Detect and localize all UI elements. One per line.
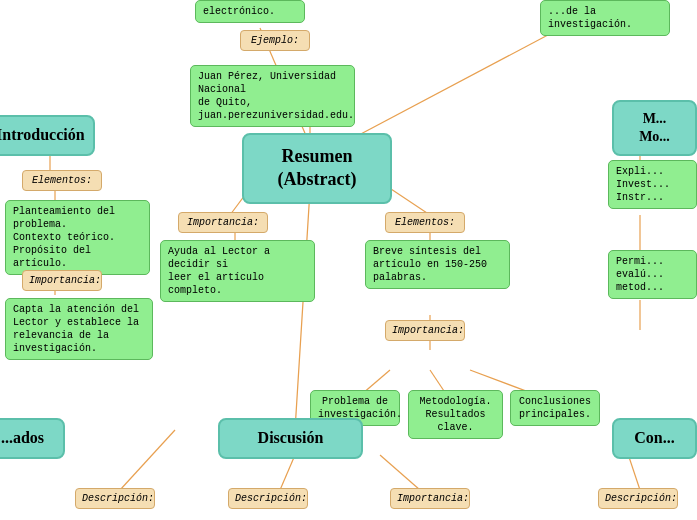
metodo-explica-content: Expli... Invest... Instr... (608, 160, 697, 209)
svg-line-11 (295, 190, 310, 430)
discusion-title: Discusión (218, 418, 363, 459)
resumen-importancia-label: Importancia: (178, 212, 268, 233)
svg-line-2 (340, 18, 580, 145)
top-right-node: ...de la investigación. (540, 0, 670, 36)
top-center-node: electrónico. (195, 0, 305, 23)
resumen-importancia2-label: Importancia: (385, 320, 465, 341)
conclusiones-content: Conclusiones principales. (510, 390, 600, 426)
conclusion-descripcion-label: Descripción: (598, 488, 678, 509)
conclusion-title: Con... (612, 418, 697, 459)
svg-line-19 (120, 430, 175, 490)
resumen-elementos-content: Breve síntesis del artículo en 150-250 p… (365, 240, 510, 289)
resultados-descripcion-label: Descripción: (75, 488, 155, 509)
svg-line-20 (280, 455, 295, 490)
discusion-importancia-label: Importancia: (390, 488, 470, 509)
introduccion-title: Introducción (0, 115, 95, 156)
intro-elementos-content: Planteamiento del problema. Contexto teó… (5, 200, 150, 275)
discusion-descripcion-label: Descripción: (228, 488, 308, 509)
intro-importancia-label: Importancia: (22, 270, 102, 291)
metodologia-title: M...Mo... (612, 100, 697, 156)
autor-content: Juan Pérez, Universidad Nacional de Quit… (190, 65, 355, 127)
ejemplo-label: Ejemplo: (240, 30, 310, 51)
intro-importancia-content: Capta la atención del Lector y establece… (5, 298, 153, 360)
resumen-title: Resumen (Abstract) (242, 133, 392, 204)
metodologia-content: Metodología. Resultados clave. (408, 390, 503, 439)
metodo-importancia-content: Permi... evalú... metod... (608, 250, 697, 299)
resultados-title: ...ados (0, 418, 65, 459)
resumen-importancia-content: Ayuda al Lector a decidir si leer el art… (160, 240, 315, 302)
resumen-elementos-label: Elementos: (385, 212, 465, 233)
svg-line-21 (380, 455, 420, 490)
intro-elementos-label: Elementos: (22, 170, 102, 191)
